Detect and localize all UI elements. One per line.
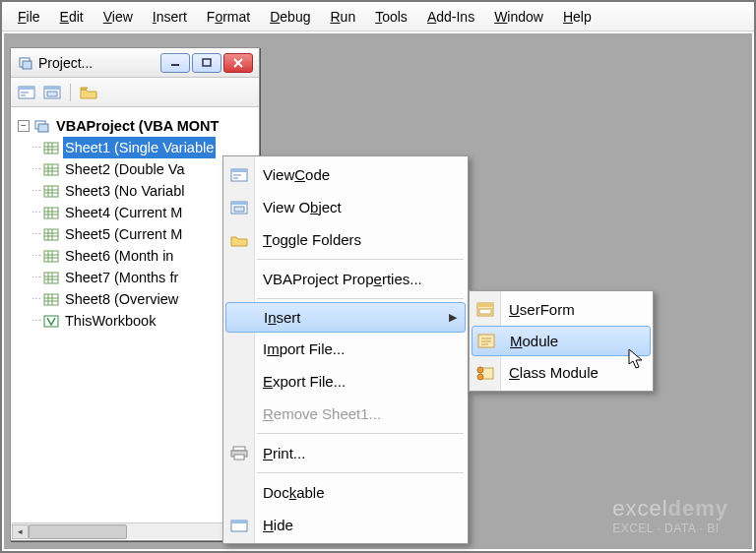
tree-item-label: Sheet1 (Single Variable: [63, 137, 216, 158]
worksheet-icon: [42, 205, 60, 220]
close-button[interactable]: [223, 53, 253, 73]
menu-run[interactable]: Run: [320, 5, 365, 29]
svg-rect-69: [477, 303, 493, 307]
menu-edit[interactable]: Edit: [50, 5, 94, 29]
minimize-button[interactable]: [160, 53, 190, 73]
svg-rect-62: [234, 207, 244, 212]
svg-rect-50: [44, 294, 58, 305]
ctx-import-file[interactable]: Import File...: [223, 333, 468, 365]
context-menu-separator: [257, 433, 464, 434]
panel-title: Project...: [38, 55, 158, 71]
workbook-icon: [42, 313, 60, 329]
svg-rect-7: [19, 87, 34, 90]
ctx-view-code[interactable]: View Code: [223, 158, 468, 191]
toolbar-separator: [70, 84, 71, 101]
scroll-thumb[interactable]: [29, 524, 127, 539]
svg-rect-67: [231, 521, 247, 523]
tree-item[interactable]: ⋯Sheet6 (Month in: [18, 245, 254, 267]
maximize-button[interactable]: [192, 53, 221, 73]
ctx-export-file[interactable]: Export File...: [223, 365, 468, 398]
ctx-insert[interactable]: Insert▶: [225, 302, 466, 333]
worksheet-icon: [42, 183, 60, 199]
tree-item[interactable]: ⋯Sheet7 (Months fr: [18, 267, 254, 288]
context-menu-separator: [257, 472, 464, 473]
ctx-project-properties[interactable]: VBAProject Properties...: [223, 263, 468, 295]
watermark-brand-b: demy: [668, 496, 728, 521]
submenu-class-module[interactable]: Class Module: [470, 356, 653, 389]
svg-rect-70: [479, 309, 491, 314]
scroll-track[interactable]: [29, 524, 241, 539]
ctx-dockable[interactable]: Dockable: [223, 476, 468, 509]
project-tree[interactable]: − VBAProject (VBA MONT ⋯Sheet1 (Single V…: [12, 109, 258, 522]
svg-rect-61: [231, 202, 247, 205]
svg-point-76: [477, 367, 483, 373]
menubar: File Edit View Insert Format Debug Run T…: [2, 2, 754, 31]
tree-item-label: Sheet7 (Months fr: [63, 267, 180, 288]
menu-tools[interactable]: Tools: [365, 5, 417, 29]
vbaproject-icon: [17, 54, 34, 72]
module-icon: [476, 332, 496, 351]
scroll-left-button[interactable]: ◂: [12, 524, 29, 539]
menu-insert[interactable]: Insert: [143, 5, 197, 29]
tree-root[interactable]: − VBAProject (VBA MONT: [18, 115, 254, 137]
svg-rect-1: [23, 61, 32, 69]
tree-item-label: Sheet3 (No Variabl: [63, 180, 186, 202]
panel-toolbar: [11, 78, 259, 107]
mdi-workspace: Project... − VBAProject (VBA MONT ⋯Sheet…: [4, 33, 752, 549]
vbaproject-icon: [33, 118, 51, 134]
tree-item-workbook[interactable]: ⋯ThisWorkbook: [18, 310, 254, 332]
tree-item[interactable]: ⋯Sheet4 (Current M: [18, 202, 254, 223]
svg-rect-3: [203, 59, 211, 66]
context-menu-separator: [257, 259, 464, 260]
ctx-toggle-folders[interactable]: Toggle Folders: [223, 223, 468, 256]
tree-item[interactable]: ⋯Sheet3 (No Variabl: [18, 180, 254, 202]
folder-icon: [229, 230, 249, 250]
code-window-icon: [229, 165, 249, 185]
tree-item-label: Sheet4 (Current M: [63, 202, 184, 223]
svg-rect-57: [231, 169, 247, 172]
svg-rect-20: [44, 164, 58, 175]
worksheet-icon: [42, 226, 60, 242]
svg-rect-45: [44, 273, 58, 283]
toggle-folders-icon[interactable]: [79, 84, 98, 101]
menu-addins[interactable]: Add-Ins: [417, 5, 484, 29]
ctx-print[interactable]: Print...: [223, 437, 468, 469]
tree-item[interactable]: ⋯Sheet1 (Single Variable: [18, 137, 254, 158]
view-object-icon[interactable]: [42, 84, 62, 101]
svg-rect-11: [44, 87, 60, 90]
tree-root-label: VBAProject (VBA MONT: [54, 115, 220, 137]
context-menu: View Code View Object Toggle Folders VBA…: [222, 155, 469, 544]
worksheet-icon: [42, 291, 60, 307]
svg-rect-30: [44, 208, 58, 218]
tree-item[interactable]: ⋯Sheet5 (Current M: [18, 223, 254, 245]
tree-item[interactable]: ⋯Sheet2 (Double Va: [18, 158, 254, 180]
menu-window[interactable]: Window: [484, 5, 553, 29]
svg-rect-35: [44, 229, 58, 240]
tree-item[interactable]: ⋯Sheet8 (Overview: [18, 288, 254, 310]
ctx-view-object[interactable]: View Object: [223, 191, 468, 223]
tree-item-label: Sheet6 (Month in: [63, 245, 175, 267]
expand-toggle[interactable]: −: [18, 120, 30, 132]
view-code-icon[interactable]: [17, 84, 36, 101]
svg-rect-25: [44, 186, 58, 197]
menu-debug[interactable]: Debug: [260, 5, 320, 29]
submenu-userform[interactable]: UserForm: [470, 293, 653, 326]
menu-format[interactable]: Format: [197, 5, 260, 29]
worksheet-icon: [42, 140, 60, 155]
horizontal-scrollbar[interactable]: ◂ ▸: [12, 522, 258, 539]
ctx-remove: Remove Sheet1...: [223, 398, 468, 430]
menu-help[interactable]: Help: [553, 5, 601, 29]
chevron-right-icon: ▶: [449, 311, 457, 324]
svg-rect-63: [233, 447, 245, 451]
menu-file[interactable]: File: [8, 5, 50, 29]
panel-titlebar[interactable]: Project...: [11, 48, 259, 78]
ctx-hide[interactable]: Hide: [223, 509, 468, 541]
app-frame: File Edit View Insert Format Debug Run T…: [0, 0, 756, 553]
svg-rect-12: [47, 92, 57, 96]
svg-rect-40: [44, 251, 58, 262]
submenu-module[interactable]: Module: [472, 326, 651, 356]
tree-item-label: Sheet2 (Double Va: [63, 158, 186, 180]
svg-rect-14: [38, 124, 48, 132]
menu-view[interactable]: View: [94, 5, 143, 29]
watermark-tagline: EXCEL · DATA · BI: [612, 522, 728, 535]
